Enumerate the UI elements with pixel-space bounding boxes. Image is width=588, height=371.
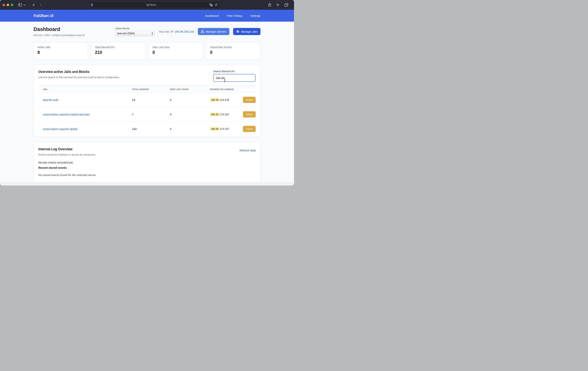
toolbar-right-group [265,1,291,9]
jails-table: JAIL TOTAL BANNED NEW LAST HOUR BANNED I… [38,86,256,136]
browser-window: 127.0.0.1 A Fail2ban UI [0,0,294,186]
active-server-block: Active Server test-ssh (SSH) [115,27,155,36]
forward-button[interactable] [37,2,44,8]
manage-jails-label: Manage Jails [241,30,257,33]
overview-caption: Use the search to filter banned IPs and … [38,76,120,79]
column-header-banned-ips: BANNED IPS (UNBAN) [206,88,256,90]
page-subtitle: test-ssh • SSH • rlinfp02.swissmakers.co… [33,34,84,37]
stat-label: Stored Ban Events [210,46,257,49]
banned-ip: 160.30.172.107 [210,113,229,116]
new-last-hour-value: 0 [166,98,206,101]
ip-rest: .172.107 [219,128,229,130]
table-row: swissmakers-apache-exploit-attempts 7 0 … [38,107,256,122]
active-server-label: Active Server [115,27,155,30]
browser-titlebar: 127.0.0.1 A [0,0,294,10]
new-last-hour-value: 0 [166,127,206,131]
window-footer [0,182,294,186]
no-stored-events-text: No stored events found for the selected … [38,173,256,176]
table-row: swissmakers-apache-global 143 0 160.30.1… [38,122,256,136]
back-button[interactable] [30,2,37,8]
unban-button[interactable]: Unban [243,97,256,103]
stat-value: 8 [37,50,84,55]
stat-value: 0 [153,50,199,55]
new-tab-icon[interactable] [276,3,279,7]
unban-button[interactable]: Unban [243,126,256,132]
translate-icon[interactable]: A [209,3,213,7]
reader-view-icon[interactable] [91,3,93,6]
text-caret [224,78,225,82]
search-label: Search Banned IPs [213,70,256,73]
zoom-window-button[interactable] [11,4,13,6]
ip-highlight: 160.30 [210,112,219,116]
stat-value: 210 [95,50,142,55]
ip-rest: .113.129 [219,98,229,101]
stat-label: Active Jails [37,46,84,49]
banned-ip: 160.30.172.107 [210,128,229,130]
page-content: Dashboard test-ssh • SSH • rlinfp02.swis… [0,22,294,182]
app-navbar: Fail2ban UI Dashboard Filter Debug Setti… [0,10,294,22]
column-header-jail: JAIL [38,88,127,90]
stat-value: 0 [210,50,257,55]
close-window-button[interactable] [3,4,5,6]
external-ip: Your ext. IP: 194.88.100.134 [159,30,194,33]
sidebar-icon [18,3,22,6]
stat-card-active-jails: Active Jails 8 [33,42,88,60]
tab-overview-icon[interactable] [284,3,288,7]
stat-cards: Active Jails 8 Total Banned IPs 210 New … [33,42,261,60]
page-header: Dashboard test-ssh • SSH • rlinfp02.swis… [33,22,261,37]
jail-link[interactable]: swissmakers-apache-exploit-attempts [43,113,90,116]
stat-card-total-banned: Total Banned IPs 210 [91,42,146,60]
stat-label: Total Banned IPs [95,46,142,49]
stat-card-stored-ban-events: Stored Ban Events 0 [206,42,261,60]
internal-log-card: Internal Log Overview Events stored by F… [33,142,261,182]
overview-card: Overview active Jails and Blocks Use the… [33,65,261,137]
jail-link[interactable]: apache-auth [43,98,58,101]
share-icon[interactable] [268,3,271,7]
address-bar[interactable]: 127.0.0.1 A [88,1,220,8]
log-title: Internal Log Overview [38,147,96,151]
search-banned-ips-input[interactable] [213,74,256,82]
sitemap-icon [201,30,204,33]
traffic-lights [3,4,13,6]
sidebar-toggle-button[interactable] [16,1,28,8]
manage-servers-button[interactable]: Manage Servers [198,28,229,35]
external-ip-value[interactable]: 194.88.100.134 [175,30,194,33]
app-brand[interactable]: Fail2ban UI [33,14,53,18]
active-server-select[interactable]: test-ssh (SSH) [115,31,155,36]
stat-card-new-last-hour: New Last Hour 0 [149,42,203,60]
manage-jails-button[interactable]: Manage Jails [233,28,261,35]
nav-link-filter-debug[interactable]: Filter Debug [227,14,242,17]
column-header-new-last-hour: NEW LAST HOUR [166,88,206,90]
history-nav-group [30,1,44,8]
reload-icon[interactable] [215,3,218,6]
page-title: Dashboard [33,26,84,32]
ip-highlight: 160.30 [210,98,219,102]
external-ip-label: Your ext. IP: [159,30,174,33]
ip-rest: .172.107 [219,113,229,116]
unban-button[interactable]: Unban [243,111,256,118]
no-ban-events-text: No ban events recorded yet. [38,161,256,164]
table-row: apache-auth 19 0 160.30.113.129 Unban [38,93,256,107]
svg-text:A: A [210,4,211,5]
gear-icon [236,30,239,33]
nav-link-dashboard[interactable]: Dashboard [205,14,219,17]
minimize-window-button[interactable] [7,4,9,6]
recent-stored-events-title: Recent stored events [38,166,256,169]
search-block: Search Banned IPs [213,70,256,82]
table-header-row: JAIL TOTAL BANNED NEW LAST HOUR BANNED I… [38,86,256,93]
total-banned-value: 143 [127,127,166,131]
overview-title: Overview active Jails and Blocks [38,70,120,74]
refresh-data-link[interactable]: Refresh data [240,149,256,156]
banned-ip: 160.30.113.129 [210,98,229,101]
stat-label: New Last Hour [153,46,199,49]
total-banned-value: 7 [127,113,166,116]
jail-link[interactable]: swissmakers-apache-global [43,127,77,131]
new-last-hour-value: 0 [166,113,206,116]
log-caption: Events stored by Fail2ban-UI across all … [38,153,96,156]
nav-link-settings[interactable]: Settings [250,14,261,17]
manage-servers-label: Manage Servers [206,30,226,33]
nav-links: Dashboard Filter Debug Settings [205,14,261,17]
column-header-total-banned: TOTAL BANNED [127,88,166,90]
url-text[interactable]: 127.0.0.1 [93,3,209,6]
chevron-down-icon [23,4,26,6]
